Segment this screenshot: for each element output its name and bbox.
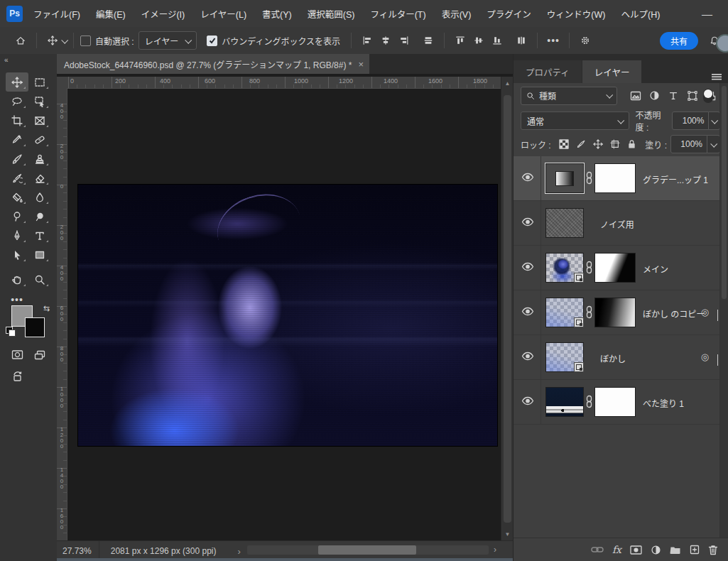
layer-mask-thumbnail[interactable]: [595, 388, 635, 416]
layer-style-button[interactable]: fx: [612, 544, 621, 555]
document-tab[interactable]: AdobeStock_644746960.psd @ 27.7% (グラデーショ…: [57, 54, 369, 74]
scroll-right-arrow[interactable]: ›: [489, 544, 501, 555]
lock-all-button[interactable]: [624, 136, 641, 152]
frame-tool[interactable]: [28, 111, 51, 130]
clone-stamp-tool[interactable]: [28, 149, 51, 168]
layer-thumbnail[interactable]: [546, 164, 583, 192]
fill-field[interactable]: 100%: [670, 135, 707, 153]
layer-thumbnail[interactable]: [546, 388, 583, 416]
panel-scrollbar[interactable]: [719, 83, 728, 538]
tab-properties[interactable]: プロパティ: [514, 60, 582, 83]
object-selection-tool[interactable]: [28, 92, 51, 111]
layer-thumbnail[interactable]: [546, 343, 583, 371]
align-right-button[interactable]: [395, 31, 413, 50]
menu-item[interactable]: 選択範囲(S): [300, 0, 363, 27]
more-options-button[interactable]: •••: [544, 31, 563, 50]
blur-tool[interactable]: [28, 187, 51, 207]
smart-filter-expand-button[interactable]: [717, 354, 718, 365]
delete-layer-button[interactable]: [708, 545, 718, 555]
lock-artboard-button[interactable]: [607, 136, 624, 152]
background-color-swatch[interactable]: [25, 317, 45, 337]
align-top-button[interactable]: [451, 31, 469, 50]
layer-thumbnail[interactable]: [546, 298, 583, 327]
chevron-down-icon[interactable]: [61, 36, 68, 43]
menu-item[interactable]: ウィンドウ(W): [539, 0, 614, 27]
path-selection-tool[interactable]: [6, 245, 28, 264]
minimize-button[interactable]: —: [697, 7, 717, 21]
scroll-up-icon[interactable]: ▲: [501, 80, 514, 87]
default-colors-icon[interactable]: [6, 327, 15, 336]
menu-item[interactable]: 書式(Y): [254, 0, 300, 27]
layer-row-blur[interactable]: ぼかし ◎: [514, 335, 720, 380]
paint-bucket-tool[interactable]: [6, 187, 28, 207]
ruler-corner[interactable]: [57, 77, 67, 89]
layer-row-blur-copy[interactable]: ぼかし のコピー ◎: [514, 290, 720, 335]
menu-item[interactable]: レイヤー(L): [192, 0, 254, 27]
align-center-h-button[interactable]: [376, 31, 395, 50]
crop-tool[interactable]: [6, 111, 28, 130]
workspace-settings-button[interactable]: [576, 31, 594, 50]
home-button[interactable]: [11, 31, 30, 50]
filter-adjustment-layers-button[interactable]: [646, 87, 663, 104]
layer-thumbnail[interactable]: [546, 254, 583, 282]
smart-filter-expand-button[interactable]: [717, 310, 718, 320]
add-adjustment-layer-button[interactable]: [651, 545, 661, 555]
layer-name[interactable]: グラデー...ップ 1: [643, 173, 708, 185]
layer-row-solid-fill[interactable]: べた塗り 1: [514, 380, 720, 425]
auto-select-checkbox[interactable]: [80, 36, 91, 46]
pen-tool[interactable]: [6, 226, 28, 245]
close-tab-button[interactable]: ×: [358, 59, 364, 70]
lasso-tool[interactable]: [6, 92, 28, 111]
lock-transparency-button[interactable]: [555, 136, 572, 152]
shape-tool[interactable]: [28, 245, 51, 264]
brush-tool[interactable]: [6, 149, 28, 168]
collapse-toolbar-icon[interactable]: «: [4, 56, 8, 64]
lock-position-button[interactable]: [590, 136, 607, 152]
tab-layers[interactable]: レイヤー: [582, 60, 642, 83]
layer-mask-thumbnail[interactable]: [595, 164, 635, 192]
layer-mask-thumbnail[interactable]: [595, 298, 635, 327]
dodge-tool[interactable]: [6, 207, 28, 226]
menu-item[interactable]: 編集(E): [88, 0, 134, 27]
blend-mode-dropdown[interactable]: 通常: [521, 111, 629, 130]
filter-type-layers-button[interactable]: [665, 87, 683, 104]
add-mask-button[interactable]: [630, 545, 642, 555]
canvas-image[interactable]: [78, 185, 497, 446]
mask-link-icon[interactable]: [585, 305, 593, 319]
layer-name[interactable]: ノイズ用: [600, 218, 634, 230]
layer-row-gradient-map[interactable]: グラデー...ップ 1: [514, 156, 720, 201]
visibility-toggle[interactable]: [520, 217, 536, 229]
layer-name[interactable]: メイン: [643, 263, 668, 275]
mask-link-icon[interactable]: [585, 171, 593, 185]
zoom-tool[interactable]: [28, 270, 51, 289]
screen-mode-button[interactable]: [28, 345, 51, 364]
show-bbox-checkbox[interactable]: [207, 36, 217, 46]
horizontal-scrollbar[interactable]: [247, 545, 489, 555]
visibility-toggle[interactable]: [520, 262, 536, 273]
eraser-tool[interactable]: [28, 168, 51, 187]
layer-name[interactable]: べた塗り 1: [643, 397, 684, 409]
menu-item[interactable]: プラグイン: [479, 0, 539, 27]
opacity-field[interactable]: 100%: [672, 111, 709, 130]
menu-item[interactable]: フィルター(T): [362, 0, 433, 27]
fill-dropdown-button[interactable]: [707, 135, 720, 153]
filter-toggle[interactable]: [703, 89, 713, 103]
zoom-level-field[interactable]: 27.73%: [57, 541, 99, 561]
new-layer-button[interactable]: [690, 545, 700, 555]
layer-name[interactable]: ぼかし: [600, 352, 626, 364]
layer-row-noise[interactable]: ノイズ用: [514, 201, 720, 246]
burn-tool[interactable]: [28, 207, 51, 226]
rotate-view-button[interactable]: [6, 368, 28, 387]
share-button[interactable]: 共有: [660, 32, 698, 50]
align-middle-v-button[interactable]: [469, 31, 488, 50]
hand-tool[interactable]: [6, 270, 28, 289]
visibility-toggle[interactable]: [520, 173, 536, 184]
visibility-toggle[interactable]: [520, 396, 536, 408]
menu-item[interactable]: 表示(V): [434, 0, 479, 27]
move-tool-preset-button[interactable]: [43, 31, 62, 50]
align-left-button[interactable]: [358, 31, 376, 50]
vertical-scrollbar[interactable]: ▲ ▼: [501, 77, 514, 541]
distribute-v-button[interactable]: [512, 31, 531, 50]
move-tool[interactable]: [6, 72, 28, 92]
layer-mask-thumbnail[interactable]: [595, 254, 635, 282]
